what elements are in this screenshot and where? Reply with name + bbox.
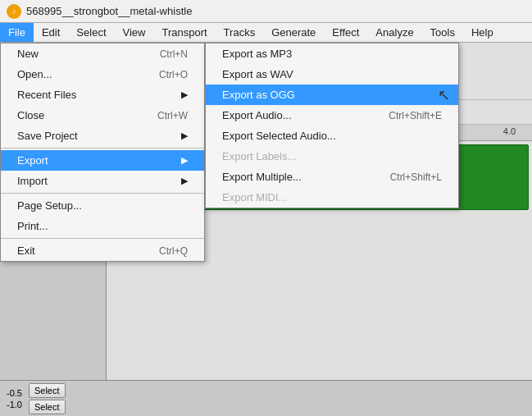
export-midi: Export MIDI...	[206, 187, 458, 208]
menu-edit[interactable]: Edit	[34, 23, 68, 42]
menu-import[interactable]: Import ▶	[1, 171, 204, 191]
select-button-2[interactable]: Select	[29, 400, 66, 414]
menu-page-setup[interactable]: Page Setup...	[1, 195, 204, 216]
menu-recent-files[interactable]: Recent Files ▶	[1, 85, 204, 105]
export-submenu: Export as MP3 Export as WAV Export as OG…	[205, 43, 459, 208]
export-mp3[interactable]: Export as MP3	[206, 43, 458, 64]
menu-open-label: Open...	[17, 68, 52, 80]
menu-new[interactable]: New Ctrl+N	[1, 43, 204, 64]
export-ogg[interactable]: Export as OGG ↖	[206, 85, 458, 105]
export-labels: Export Labels...	[206, 146, 458, 167]
gain-value: -0.5	[7, 388, 22, 398]
menu-effect[interactable]: Effect	[324, 23, 367, 42]
menu-close-shortcut: Ctrl+W	[157, 110, 188, 121]
save-project-arrow: ▶	[181, 130, 188, 141]
export-multiple-shortcut: Ctrl+Shift+L	[390, 171, 442, 183]
export-audio-shortcut: Ctrl+Shift+E	[389, 110, 442, 121]
title-bar: ♪ 568995__strongbot__metal-whistle	[0, 0, 532, 23]
export-audio[interactable]: Export Audio... Ctrl+Shift+E	[206, 105, 458, 126]
export-wav[interactable]: Export as WAV	[206, 64, 458, 85]
menu-generate[interactable]: Generate	[263, 23, 324, 42]
timeline-marker-40: 4.0	[503, 126, 516, 136]
export-midi-label: Export MIDI...	[222, 191, 287, 203]
export-selected-audio[interactable]: Export Selected Audio...	[206, 126, 458, 146]
menu-print[interactable]: Print...	[1, 216, 204, 236]
export-labels-label: Export Labels...	[222, 150, 296, 162]
import-arrow: ▶	[181, 176, 188, 186]
menu-save-project-label: Save Project	[17, 130, 78, 142]
pan-value: -1.0	[7, 400, 22, 409]
menu-import-label: Import	[17, 175, 48, 187]
export-mp3-label: Export as MP3	[222, 48, 292, 60]
menu-tracks[interactable]: Tracks	[216, 23, 264, 42]
menu-recent-files-label: Recent Files	[17, 89, 76, 101]
file-menu-dropdown: New Ctrl+N Open... Ctrl+O Recent Files ▶…	[0, 43, 205, 262]
menu-analyze[interactable]: Analyze	[367, 23, 421, 42]
menu-new-shortcut: Ctrl+N	[160, 48, 188, 60]
export-selected-audio-label: Export Selected Audio...	[222, 130, 336, 142]
menu-help[interactable]: Help	[463, 23, 502, 42]
separator-2	[1, 193, 204, 194]
export-audio-label: Export Audio...	[222, 109, 292, 121]
menu-page-setup-label: Page Setup...	[17, 199, 82, 212]
menu-save-project[interactable]: Save Project ▶	[1, 126, 204, 146]
separator-1	[1, 148, 204, 149]
menu-export-label: Export	[17, 154, 48, 167]
menu-view[interactable]: View	[115, 23, 154, 42]
menu-tools[interactable]: Tools	[422, 23, 463, 42]
menu-select[interactable]: Select	[68, 23, 114, 42]
menu-bar: File Edit Select View Transport Tracks G…	[0, 23, 532, 43]
separator-3	[1, 238, 204, 239]
export-wav-label: Export as WAV	[222, 68, 293, 80]
menu-export[interactable]: Export ▶	[1, 150, 204, 171]
gain-pan-section: -0.5 -1.0	[7, 388, 22, 409]
select-button-section: Select Select	[29, 383, 66, 414]
menu-exit-label: Exit	[17, 245, 35, 257]
window-title: 568995__strongbot__metal-whistle	[26, 5, 192, 17]
recent-files-arrow: ▶	[181, 89, 188, 100]
app-icon: ♪	[7, 4, 21, 19]
menu-open[interactable]: Open... Ctrl+O	[1, 64, 204, 85]
menu-exit-shortcut: Ctrl+Q	[159, 245, 188, 257]
export-arrow: ▶	[181, 155, 188, 166]
cursor-indicator: ↖	[438, 86, 450, 104]
menu-close-label: Close	[17, 109, 44, 121]
menu-open-shortcut: Ctrl+O	[159, 69, 188, 80]
menu-transport[interactable]: Transport	[153, 23, 215, 42]
export-ogg-label: Export as OGG	[222, 89, 295, 101]
menu-close[interactable]: Close Ctrl+W	[1, 105, 204, 126]
menu-new-label: New	[17, 48, 39, 60]
menu-file[interactable]: File	[0, 23, 34, 42]
export-multiple-label: Export Multiple...	[222, 171, 302, 183]
select-button[interactable]: Select	[29, 383, 66, 398]
menu-exit[interactable]: Exit Ctrl+Q	[1, 240, 204, 261]
menu-print-label: Print...	[17, 220, 48, 232]
export-multiple[interactable]: Export Multiple... Ctrl+Shift+L	[206, 167, 458, 187]
status-bar: -0.5 -1.0 Select Select	[0, 380, 532, 416]
